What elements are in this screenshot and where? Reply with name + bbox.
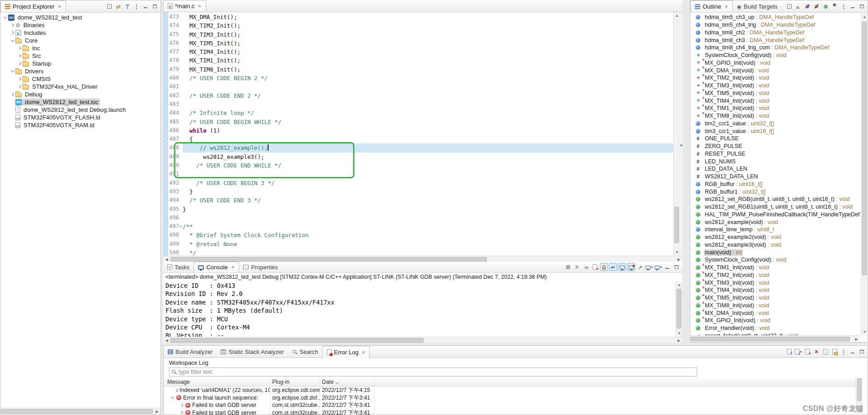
filter-icon[interactable] bbox=[123, 2, 132, 10]
outline-item-one-pulse[interactable]: ONE_PULSE bbox=[690, 135, 860, 143]
scroll-down-arrow[interactable]: ▼ bbox=[674, 249, 680, 256]
hide-fields-icon[interactable] bbox=[803, 2, 811, 10]
outline-item-hdma-tim5-ch3-up[interactable]: hdma_tim5_ch3_up : DMA_HandleTypeDef bbox=[690, 14, 860, 21]
export-log-icon[interactable] bbox=[785, 348, 793, 356]
column-plugin[interactable]: Plug-in bbox=[270, 378, 320, 386]
outline-item-hdma-tim5-ch4-trig[interactable]: hdma_tim5_ch4_trig : DMA_HandleTypeDef bbox=[690, 21, 860, 29]
clear-console-icon[interactable] bbox=[591, 263, 599, 271]
show-stdout-icon[interactable] bbox=[618, 263, 626, 271]
hide-non-public-icon[interactable] bbox=[821, 2, 830, 10]
outline-item-mx-tim8-init-void-[interactable]: sMX_TIM8_Init(void) : void bbox=[690, 302, 860, 310]
minimize-icon[interactable] bbox=[849, 2, 857, 10]
scroll-right-arrow[interactable]: ▶ bbox=[154, 408, 160, 415]
outline-item-mx-dma-init-void-[interactable]: sMX_DMA_Init(void) : void bbox=[690, 67, 860, 74]
tree-item-stm32f4xx-hal-driver[interactable]: STM32F4xx_HAL_Driver bbox=[0, 83, 160, 91]
outline-item-hal-tim-pwm-pulsefinishedcallback-tim-handletypedef-[interactable]: HAL_TIM_PWM_PulseFinishedCallback(TIM_Ha… bbox=[690, 211, 860, 219]
outline-item-mx-tim5-init-void-[interactable]: sMX_TIM5_Init(void) : void bbox=[690, 90, 860, 97]
outline-item-rgb-buffur[interactable]: RGB_buffur : uint16_t[] bbox=[690, 181, 860, 188]
outline-item-rgb-buffur1[interactable]: RGB_buffur1 : uint32_t[] bbox=[690, 188, 860, 196]
expander-icon[interactable] bbox=[11, 93, 14, 96]
scroll-down-arrow[interactable]: ▼ bbox=[861, 329, 868, 335]
expander-icon[interactable] bbox=[171, 396, 174, 399]
tree-item-binaries[interactable]: Binaries bbox=[0, 21, 160, 29]
expander-icon[interactable] bbox=[180, 404, 183, 407]
open-log-icon[interactable] bbox=[821, 348, 830, 356]
stop-icon[interactable] bbox=[564, 263, 572, 271]
expander-icon[interactable] bbox=[18, 54, 21, 57]
close-icon[interactable]: ✕ bbox=[362, 350, 365, 355]
code-line-477[interactable]: 477 MX_TIM4_Init(); bbox=[168, 48, 673, 56]
tree-item-core[interactable]: Core bbox=[0, 37, 160, 44]
code-line-480[interactable]: 480 /* USER CODE BEGIN 2 */ bbox=[168, 74, 673, 82]
outline-item-error-handler-void-[interactable]: Error_Handler(void) : void bbox=[690, 324, 860, 332]
tab-main-c[interactable]: *main.c ✕ bbox=[163, 0, 206, 12]
tab-project-explorer[interactable]: Project Explorer ✕ bbox=[0, 0, 66, 12]
scroll-up-arrow[interactable]: ▲ bbox=[676, 281, 683, 288]
outline-item-mx-tim4-init-void-[interactable]: sMX_TIM4_Init(void) : void bbox=[690, 286, 860, 294]
tab-properties[interactable]: Properties bbox=[239, 262, 282, 272]
tab-build-analyzer[interactable]: Build Analyzer bbox=[164, 346, 217, 358]
close-icon[interactable]: ✕ bbox=[57, 4, 61, 9]
code-line-486[interactable]: 486 while (1) bbox=[168, 126, 673, 135]
code-line-494[interactable]: 494 /* USER CODE END 3 */ bbox=[168, 196, 673, 205]
open-console-icon[interactable]: ▾ bbox=[654, 263, 662, 271]
tree-item-cmsis[interactable]: CMSIS bbox=[0, 75, 160, 83]
outline-hscrollbar[interactable]: ▶ bbox=[690, 335, 860, 342]
outline-item-mx-tim3-init-void-[interactable]: sMX_TIM3_Init(void) : void bbox=[690, 82, 860, 90]
code-line-495[interactable]: 495} bbox=[168, 205, 673, 214]
close-icon[interactable]: ✕ bbox=[724, 4, 728, 9]
outline-item-mx-gpio-init-void-[interactable]: sMX_GPIO_Init(void) : void bbox=[690, 59, 860, 67]
outline-item-systemclock-config-void-[interactable]: SystemClock_Config(void) : void bbox=[690, 52, 860, 59]
show-stderr-icon[interactable] bbox=[627, 263, 635, 271]
outline-item-reset-pulse[interactable]: RESET_PULSE bbox=[690, 150, 860, 158]
expander-icon[interactable] bbox=[18, 47, 21, 50]
maximize-icon[interactable] bbox=[672, 263, 680, 271]
remove-all-terminated-icon[interactable] bbox=[582, 263, 590, 271]
tree-item-dome-ws2812-led-test-debug-launch[interactable]: dome_WS2812_led_test Debug.launch bbox=[0, 106, 160, 114]
code-line-485[interactable]: 485 /* USER CODE BEGIN WHILE */ bbox=[168, 118, 673, 126]
project-explorer-hscrollbar[interactable]: ▶ bbox=[0, 408, 160, 415]
scrollbar-thumb[interactable] bbox=[1, 409, 153, 414]
remove-launch-icon[interactable] bbox=[573, 263, 581, 271]
tree-item-drivers[interactable]: Drivers bbox=[0, 67, 160, 75]
outline-item-ws2812-set-rgb1-uint8-t-uint8-t-uint8-t-uint16-t-[interactable]: ws2812_set_RGB1(uint8_t, uint8_t, uint8_… bbox=[690, 203, 860, 211]
code-line-498[interactable]: 498 * @brief System Clock Configuration bbox=[168, 231, 673, 239]
minimize-icon[interactable] bbox=[663, 263, 671, 271]
scrollbar-thumb[interactable] bbox=[691, 337, 850, 341]
outline-item-mx-dma-init-void-[interactable]: sMX_DMA_Init(void) : void bbox=[690, 309, 860, 317]
code-line-496[interactable]: 496 bbox=[168, 214, 673, 222]
outline-item-main-void-[interactable]: main(void) : int bbox=[690, 248, 860, 256]
scrollbar-thumb[interactable] bbox=[677, 289, 681, 329]
restore-log-icon[interactable] bbox=[830, 348, 839, 356]
minimize-icon[interactable] bbox=[142, 2, 150, 10]
outline-item-hdma-tim8-ch4-trig-com[interactable]: hdma_tim8_ch4_trig_com : DMA_HandleTypeD… bbox=[690, 44, 860, 52]
code-line-474[interactable]: 474 MX_TIM2_Init(); bbox=[168, 21, 673, 30]
code-line-492[interactable]: 492 /* USER CODE BEGIN 3 */ bbox=[168, 179, 673, 187]
outline-item-ws2812-set-rgb-uint8-t-uint8-t-uint8-t-uint16-t-[interactable]: ws2812_set_RGB(uint8_t, uint8_t, uint8_t… bbox=[690, 196, 860, 203]
log-row[interactable]: Failed to start GDB servercom.st.stm32cu… bbox=[164, 409, 855, 415]
expander-icon[interactable] bbox=[18, 77, 21, 81]
code-line-481[interactable]: 481 bbox=[168, 82, 673, 91]
code-line-483[interactable]: 483 bbox=[168, 100, 673, 109]
fold-icon[interactable]: ⊖ bbox=[179, 222, 183, 231]
outline-item-mx-tim3-init-void-[interactable]: sMX_TIM3_Init(void) : void bbox=[690, 279, 860, 286]
tab-build-targets[interactable]: Build Targets bbox=[733, 0, 782, 12]
outline-item-tim2-ccr1-value[interactable]: tim2_ccr1_value : uint32_t[] bbox=[690, 120, 860, 128]
outline-item-led-nums[interactable]: LED_NUMS bbox=[690, 157, 860, 165]
close-icon[interactable]: ✕ bbox=[231, 265, 235, 270]
tree-item-includes[interactable]: Includes bbox=[0, 29, 160, 37]
collapse-all-icon[interactable] bbox=[105, 2, 113, 10]
tree-item-dome-ws2812-led-test[interactable]: dome_WS2812_led_test bbox=[0, 14, 160, 21]
code-line-499[interactable]: 499 * @retval None bbox=[168, 240, 673, 248]
maximize-icon[interactable] bbox=[858, 348, 866, 356]
outline-item-interval-time-temp[interactable]: interval_time_temp : uint8_t bbox=[690, 226, 860, 234]
outline-item-ws2812-example2-void-[interactable]: ws2812_example2(void) : void bbox=[690, 234, 860, 241]
tree-item-src[interactable]: Src bbox=[0, 52, 160, 60]
tree-item-stm32f405vgtx-ram-ld[interactable]: STM32F405VGTX_RAM.ld bbox=[0, 121, 160, 129]
code-line-500[interactable]: 500 */ bbox=[168, 248, 673, 256]
column-date[interactable]: Date bbox=[320, 378, 374, 386]
outline-item-mx-tim8-init-void-[interactable]: sMX_TIM8_Init(void) : void bbox=[690, 112, 860, 120]
scrollbar-thumb[interactable] bbox=[170, 338, 424, 343]
code-line-497[interactable]: 497⊖/** bbox=[168, 222, 673, 231]
console-output[interactable]: Device ID : 0x413Revision ID : Rev 2.0De… bbox=[163, 281, 675, 337]
